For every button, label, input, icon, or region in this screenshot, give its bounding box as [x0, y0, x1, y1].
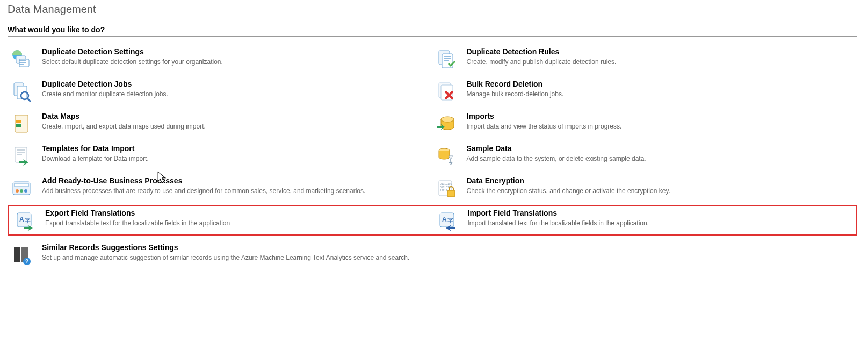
- svg-text:?: ?: [25, 259, 28, 265]
- business-processes-icon: [10, 176, 33, 200]
- import-translations-icon: A字: [436, 209, 459, 232]
- duplicate-settings-icon: [10, 47, 33, 71]
- export-translations-icon: A字: [13, 209, 37, 232]
- svg-rect-19: [15, 183, 28, 187]
- sample-data-icon: [435, 144, 458, 168]
- item-title: Imports: [467, 112, 851, 121]
- item-desc: Check the encryption status, and change …: [467, 187, 851, 195]
- svg-text:A: A: [19, 216, 24, 223]
- data-maps-icon: [10, 112, 33, 136]
- duplicate-rules-icon: [435, 47, 458, 71]
- item-desc: Add sample data to the system, or delete…: [467, 154, 851, 163]
- section-heading: What would you like to do?: [8, 25, 857, 36]
- item-title: Sample Data: [467, 144, 851, 153]
- duplicate-jobs-icon: [10, 80, 33, 103]
- imports-icon: [435, 112, 458, 136]
- item-desc: Import translated text for the localizab…: [468, 219, 850, 227]
- highlighted-row: A字 Export Field Translations Export tran…: [8, 205, 857, 236]
- item-title: Add Ready-to-Use Business Processes: [42, 176, 426, 186]
- section-heading-wrap: What would you like to do?: [8, 25, 857, 37]
- item-desc: Manage bulk record-deletion jobs.: [467, 90, 851, 98]
- item-templates-for-data-import[interactable]: Templates for Data Import Download a tem…: [8, 144, 432, 168]
- item-title: Duplicate Detection Jobs: [42, 80, 426, 89]
- item-similar-records-suggestions-settings[interactable]: ? Similar Records Suggestions Settings S…: [8, 243, 432, 267]
- item-desc: Download a template for Data import.: [42, 154, 426, 163]
- svg-text:字: 字: [25, 217, 31, 224]
- item-desc: Set up and manage automatic suggestion o…: [42, 253, 426, 262]
- item-desc: Create, import, and export data maps use…: [42, 122, 426, 131]
- item-desc: Create and monitor duplicate detection j…: [42, 90, 426, 98]
- item-title: Similar Records Suggestions Settings: [42, 243, 426, 252]
- item-title: Import Field Translations: [468, 209, 850, 218]
- item-desc: Select default duplicate detection setti…: [42, 58, 426, 66]
- svg-text:字: 字: [447, 217, 453, 224]
- item-imports[interactable]: Imports Import data and view the status …: [432, 112, 857, 136]
- svg-point-21: [20, 189, 23, 193]
- item-desc: Create, modify and publish duplicate det…: [467, 58, 851, 66]
- templates-icon: [10, 144, 33, 168]
- svg-rect-11: [15, 115, 28, 132]
- item-data-maps[interactable]: Data Maps Create, import, and export dat…: [8, 112, 432, 136]
- bulk-delete-icon: [435, 80, 458, 103]
- item-import-field-translations[interactable]: A字 Import Field Translations Import tran…: [433, 209, 856, 232]
- item-title: Templates for Data Import: [42, 144, 426, 153]
- svg-rect-12: [16, 120, 21, 123]
- item-bulk-record-deletion[interactable]: Bulk Record Deletion Manage bulk record-…: [432, 80, 857, 103]
- item-title: Duplicate Detection Settings: [42, 47, 426, 56]
- svg-point-15: [441, 117, 454, 122]
- item-add-ready-to-use-business-processes[interactable]: Add Ready-to-Use Business Processes Add …: [8, 176, 432, 200]
- svg-rect-27: [447, 190, 455, 197]
- item-desc: Export translatable text for the localiz…: [45, 219, 427, 227]
- svg-line-8: [27, 98, 31, 102]
- item-duplicate-detection-settings[interactable]: Duplicate Detection Settings Select defa…: [8, 47, 432, 71]
- item-title: Data Encryption: [467, 176, 851, 186]
- similar-records-icon: ?: [10, 243, 33, 267]
- item-data-encryption[interactable]: 010101010101010112211 Data Encryption Ch…: [432, 176, 857, 200]
- item-title: Bulk Record Deletion: [467, 80, 851, 89]
- svg-point-20: [16, 189, 19, 193]
- data-encryption-icon: 010101010101010112211: [435, 176, 458, 200]
- item-duplicate-detection-jobs[interactable]: Duplicate Detection Jobs Create and moni…: [8, 80, 432, 103]
- item-title: Export Field Translations: [45, 209, 427, 218]
- item-desc: Import data and view the status of impor…: [467, 122, 851, 131]
- item-export-field-translations[interactable]: A字 Export Field Translations Export tran…: [11, 209, 433, 232]
- options-grid: Duplicate Detection Settings Select defa…: [8, 43, 857, 271]
- page-title: Data Management: [8, 3, 860, 16]
- item-desc: Add business processes that are ready to…: [42, 187, 426, 195]
- item-duplicate-detection-rules[interactable]: Duplicate Detection Rules Create, modify…: [432, 47, 857, 71]
- svg-rect-34: [14, 247, 20, 262]
- svg-text:A: A: [442, 216, 447, 223]
- item-title: Data Maps: [42, 112, 426, 121]
- svg-rect-16: [15, 147, 27, 162]
- svg-point-22: [24, 189, 27, 193]
- svg-rect-13: [16, 124, 21, 127]
- item-title: Duplicate Detection Rules: [467, 47, 851, 56]
- item-sample-data[interactable]: Sample Data Add sample data to the syste…: [432, 144, 857, 168]
- svg-text:12211: 12211: [440, 189, 447, 192]
